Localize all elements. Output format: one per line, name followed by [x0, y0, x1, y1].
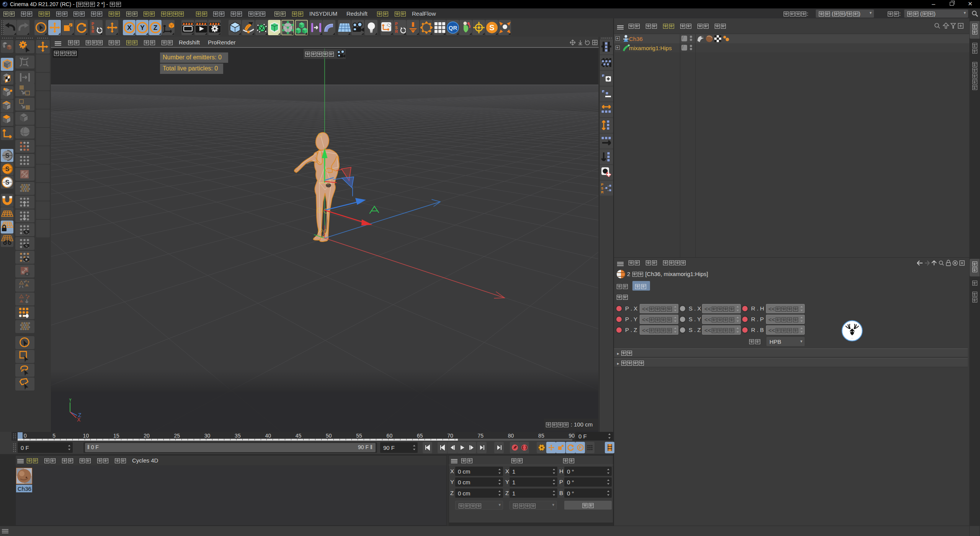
- svg-text:···: ···: [851, 337, 853, 339]
- svg-text:R: R: [91, 29, 95, 34]
- svg-text:X: X: [77, 417, 81, 422]
- svg-text:S: S: [489, 23, 494, 32]
- svg-text:QR: QR: [448, 25, 457, 31]
- svg-text:P: P: [601, 183, 603, 186]
- svg-text:R: R: [601, 190, 604, 194]
- svg-text:Y: Y: [140, 24, 145, 31]
- svg-text:Y: Y: [69, 399, 72, 403]
- svg-text:Z: Z: [153, 24, 157, 31]
- svg-text:S: S: [601, 186, 603, 190]
- svg-text:P: P: [579, 446, 581, 450]
- svg-text:S: S: [5, 179, 9, 186]
- svg-text:S: S: [5, 152, 9, 159]
- svg-text:R: R: [395, 29, 398, 34]
- svg-text:X: X: [127, 24, 132, 31]
- svg-text:S: S: [5, 166, 9, 172]
